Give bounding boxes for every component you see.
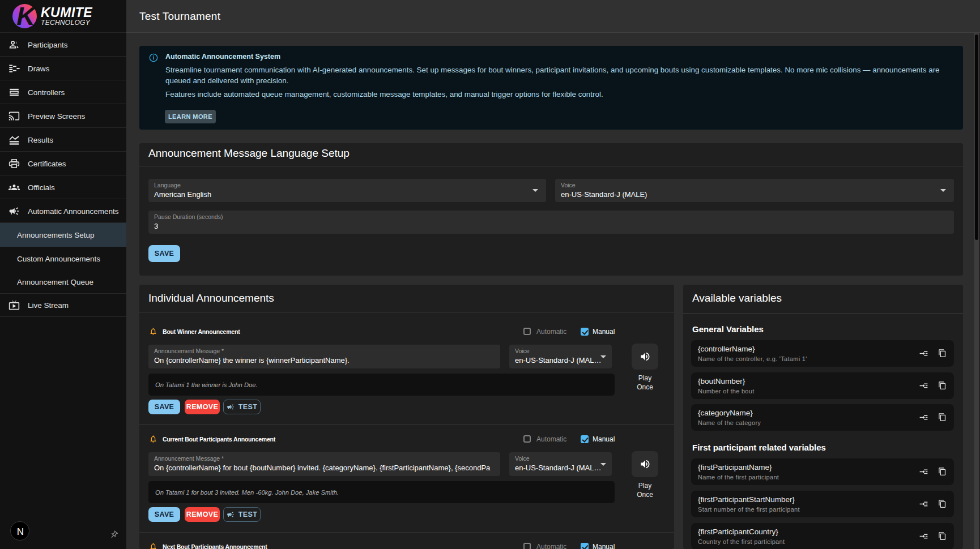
svg-text:N: N	[17, 526, 24, 537]
svg-text:K: K	[16, 4, 37, 28]
